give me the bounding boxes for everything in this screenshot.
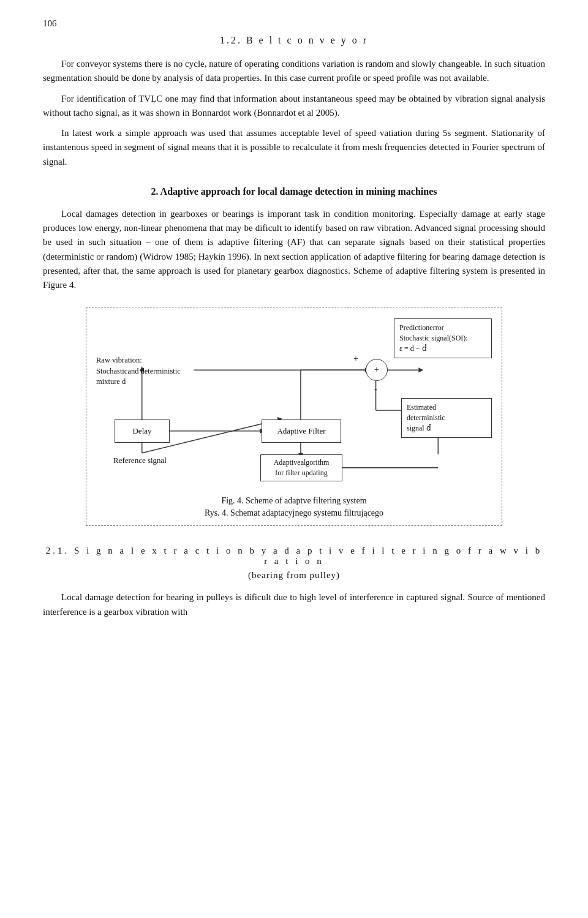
paragraph-2: For identification of TVLC one may find … bbox=[43, 92, 545, 121]
paragraph-4: Local damages detection in gearboxes or … bbox=[43, 207, 545, 293]
estimated-deterministic-box: Estimated deterministic signal d̂ bbox=[401, 398, 492, 437]
reference-signal-label: Reference signal bbox=[113, 456, 167, 465]
paragraph-3: In latest work a simple approach was use… bbox=[43, 126, 545, 169]
section-2-title: 2. Adaptive approach for local damage de… bbox=[43, 186, 545, 197]
paragraph-5: Local damage detection for bearing in pu… bbox=[43, 590, 545, 619]
adaptive-algo-box: Adaptivealgorithm for filter updating bbox=[260, 454, 342, 481]
section-2-1-title: 2.1. S i g n a l e x t r a c t i o n b y… bbox=[43, 546, 545, 566]
svg-marker-3 bbox=[418, 367, 423, 372]
minus-label: - bbox=[374, 385, 377, 394]
prediction-error-box: Predictionerror Stochastic signal(SOI): … bbox=[394, 318, 492, 358]
figure-4-inner: Raw vibration: Stochasticand determinist… bbox=[96, 318, 492, 490]
section-2-1-sub: (bearing from pulley) bbox=[43, 570, 545, 581]
page-number: 106 bbox=[43, 18, 545, 29]
adaptive-filter-box: Adaptive Filter bbox=[262, 419, 341, 443]
plus-top-label: + bbox=[353, 354, 358, 364]
figure-caption-en: Fig. 4. Scheme of adaptve filtering syst… bbox=[96, 496, 492, 506]
section-1-2-title: 1.2. B e l t c o n v e y o r bbox=[43, 35, 545, 46]
delay-box: Delay bbox=[115, 419, 170, 443]
figure-caption-pl: Rys. 4. Schemat adaptacyjnego systemu fi… bbox=[96, 508, 492, 518]
figure-4-container: Raw vibration: Stochasticand determinist… bbox=[86, 307, 502, 526]
raw-vibration-label: Raw vibration: Stochasticand determinist… bbox=[96, 355, 197, 388]
paragraph-1: For conveyor systems there is no cycle, … bbox=[43, 57, 545, 86]
summation-circle: + bbox=[366, 359, 388, 381]
